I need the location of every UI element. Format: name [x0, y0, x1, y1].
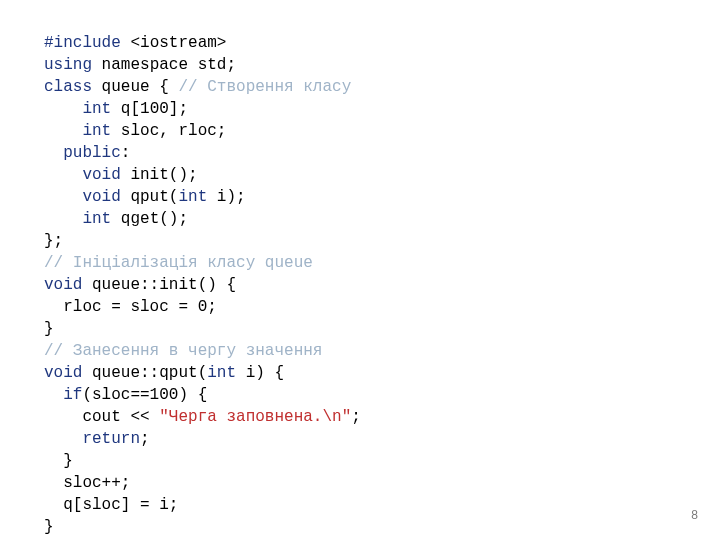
code-token: void: [44, 276, 82, 294]
code-token: }: [44, 518, 54, 536]
code-token: queue::init() {: [82, 276, 236, 294]
code-token: void: [44, 364, 82, 382]
code-token: sloc, rloc;: [111, 122, 226, 140]
code-token: q[100];: [111, 100, 188, 118]
code-token: public: [44, 144, 121, 162]
code-token: int: [178, 188, 207, 206]
page-number: 8: [691, 504, 698, 526]
code-token: if: [44, 386, 82, 404]
code-token: void: [44, 188, 121, 206]
code-token: int: [207, 364, 236, 382]
code-token: }: [44, 452, 73, 470]
code-token: qput(: [121, 188, 179, 206]
code-token: class: [44, 78, 92, 96]
code-token: queue::qput(: [82, 364, 207, 382]
code-comment: // Занесення в чергу значення: [44, 342, 322, 360]
code-token: using: [44, 56, 92, 74]
code-comment: // Створення класу: [178, 78, 351, 96]
code-token: (sloc==100) {: [82, 386, 207, 404]
code-token: ;: [140, 430, 150, 448]
code-block: #include <iostream> using namespace std;…: [44, 10, 676, 538]
code-token: ;: [351, 408, 361, 426]
code-token: int: [44, 122, 111, 140]
code-token: :: [121, 144, 131, 162]
code-token: sloc++;: [44, 474, 130, 492]
code-token: };: [44, 232, 63, 250]
code-token: i) {: [236, 364, 284, 382]
code-token: #include: [44, 34, 130, 52]
code-token: int: [44, 100, 111, 118]
code-token: <iostream>: [130, 34, 226, 52]
code-token: namespace std;: [92, 56, 236, 74]
code-token: cout <<: [44, 408, 159, 426]
code-string: "Черга заповнена.\n": [159, 408, 351, 426]
code-token: void: [44, 166, 121, 184]
slide: #include <iostream> using namespace std;…: [0, 0, 720, 540]
code-token: rloc = sloc = 0;: [44, 298, 217, 316]
code-comment: // Ініціалізація класу queue: [44, 254, 313, 272]
code-token: qget();: [111, 210, 188, 228]
code-token: queue {: [92, 78, 178, 96]
code-token: }: [44, 320, 54, 338]
code-token: init();: [121, 166, 198, 184]
code-token: return: [44, 430, 140, 448]
code-token: int: [44, 210, 111, 228]
code-token: i);: [207, 188, 245, 206]
code-token: q[sloc] = i;: [44, 496, 178, 514]
